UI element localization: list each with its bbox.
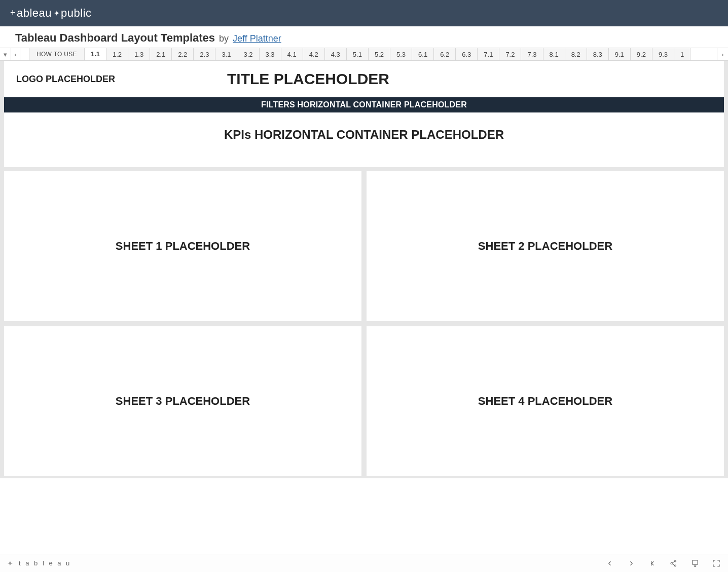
logo-text-right: public — [61, 7, 91, 20]
tab-9-1[interactable]: 9.1 — [609, 48, 631, 60]
tab-5-3[interactable]: 5.3 — [390, 48, 412, 60]
author-link[interactable]: Jeff Plattner — [233, 33, 281, 44]
tab-7-3[interactable]: 7.3 — [521, 48, 543, 60]
title-placeholder: TITLE PLACEHOLDER — [227, 70, 724, 88]
tab-scroll-region: HOW TO USE1.11.21.32.12.22.33.13.23.34.1… — [29, 48, 717, 60]
tab-4-3[interactable]: 4.3 — [325, 48, 347, 60]
kpis-placeholder: KPIs HORIZONTAL CONTAINER PLACEHOLDER — [4, 112, 724, 167]
by-label: by — [219, 33, 229, 44]
dashboard-canvas: LOGO PLACEHOLDER TITLE PLACEHOLDER FILTE… — [0, 61, 728, 478]
svg-point-1 — [675, 560, 676, 562]
tab-6-3[interactable]: 6.3 — [456, 48, 478, 60]
tab-1-3[interactable]: 1.3 — [128, 48, 150, 60]
sheet-1-placeholder: SHEET 1 PLACEHOLDER — [4, 171, 361, 321]
tab-1-2[interactable]: 1.2 — [106, 48, 128, 60]
dashboard-header-row: LOGO PLACEHOLDER TITLE PLACEHOLDER — [4, 61, 724, 97]
tab-2-3[interactable]: 2.3 — [194, 48, 215, 60]
sheet-grid-top: SHEET 1 PLACEHOLDER SHEET 2 PLACEHOLDER — [0, 171, 728, 323]
tab-spacer — [20, 48, 29, 60]
viz-title: Tableau Dashboard Layout Templates — [15, 31, 215, 45]
tab-1-1[interactable]: 1.1 — [85, 48, 106, 60]
sheet-3-placeholder: SHEET 3 PLACEHOLDER — [4, 326, 361, 476]
tab-3-1[interactable]: 3.1 — [215, 48, 237, 60]
tab-7-2[interactable]: 7.2 — [499, 48, 521, 60]
sparkle-icon: ✦ — [54, 9, 59, 17]
download-icon[interactable] — [690, 559, 700, 568]
tab-6-2[interactable]: 6.2 — [434, 48, 456, 60]
tab-scroll-right[interactable]: › — [717, 48, 728, 60]
tableau-public-logo[interactable]: +ableau ✦ public — [10, 7, 92, 20]
svg-point-0 — [671, 562, 672, 564]
tab-5-2[interactable]: 5.2 — [369, 48, 390, 60]
tab-3-2[interactable]: 3.2 — [237, 48, 259, 60]
tab-8-1[interactable]: 8.1 — [543, 48, 565, 60]
sheet-4-placeholder: SHEET 4 PLACEHOLDER — [367, 326, 724, 476]
footer-brand-text: t a b l e a u — [19, 559, 71, 567]
tab-6-1[interactable]: 6.1 — [412, 48, 434, 60]
viz-footer: ✦ t a b l e a u — [0, 554, 728, 572]
sheet-grid-bottom: SHEET 3 PLACEHOLDER SHEET 4 PLACEHOLDER — [0, 323, 728, 478]
redo-icon[interactable] — [627, 559, 636, 568]
tab-4-2[interactable]: 4.2 — [303, 48, 325, 60]
fullscreen-icon[interactable] — [712, 559, 721, 568]
tab-3-3[interactable]: 3.3 — [260, 48, 281, 60]
tab-how-to-use[interactable]: HOW TO USE — [29, 48, 85, 60]
plus-icon: + — [10, 8, 16, 18]
tab-7-1[interactable]: 7.1 — [478, 48, 499, 60]
tab-8-2[interactable]: 8.2 — [565, 48, 587, 60]
tab-9-3[interactable]: 9.3 — [652, 48, 674, 60]
tab-5-1[interactable]: 5.1 — [347, 48, 369, 60]
tab-2-1[interactable]: 2.1 — [150, 48, 172, 60]
viz-title-bar: Tableau Dashboard Layout Templates by Je… — [0, 26, 728, 48]
tab-8-3[interactable]: 8.3 — [587, 48, 609, 60]
tab-4-1[interactable]: 4.1 — [281, 48, 303, 60]
tab-9-2[interactable]: 9.2 — [631, 48, 652, 60]
tab-2-2[interactable]: 2.2 — [172, 48, 194, 60]
footer-brand[interactable]: ✦ t a b l e a u — [7, 559, 71, 567]
reset-icon[interactable] — [648, 559, 657, 568]
logo-placeholder: LOGO PLACEHOLDER — [4, 74, 227, 85]
undo-icon[interactable] — [605, 559, 614, 568]
footer-toolbar — [605, 559, 721, 568]
svg-point-2 — [675, 565, 676, 566]
sheet-2-placeholder: SHEET 2 PLACEHOLDER — [367, 171, 724, 321]
tab-menu-dropdown[interactable]: ▾ — [0, 48, 11, 60]
logo-text-left: ableau — [17, 7, 52, 20]
svg-rect-3 — [693, 560, 698, 564]
tab-scroll-left[interactable]: ‹ — [11, 48, 20, 60]
share-icon[interactable] — [669, 559, 678, 568]
sheet-tabs: ▾ ‹ HOW TO USE1.11.21.32.12.22.33.13.23.… — [0, 48, 728, 61]
app-header: +ableau ✦ public — [0, 0, 728, 26]
tab-1[interactable]: 1 — [674, 48, 690, 60]
filters-placeholder: FILTERS HORIZONTAL CONTAINER PLACEHOLDER — [4, 97, 724, 112]
tableau-mark-icon: ✦ — [7, 559, 15, 567]
